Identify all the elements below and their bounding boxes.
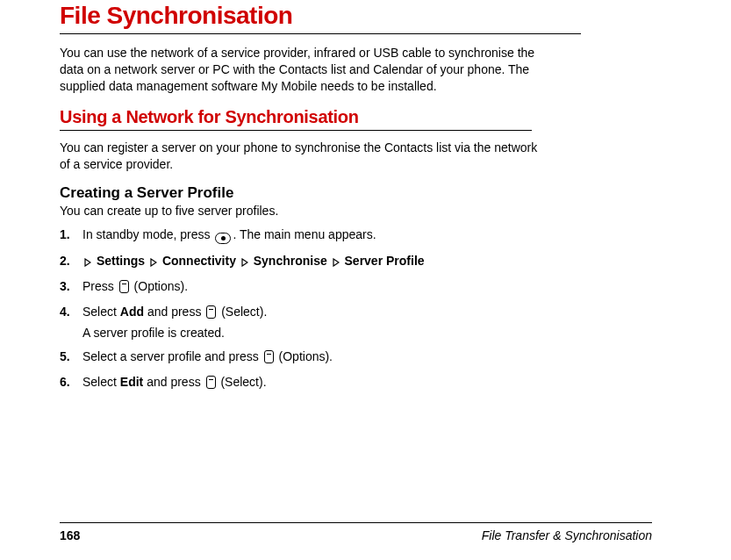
arrow-icon (241, 258, 248, 267)
step-text: Press (82, 279, 118, 293)
arrow-icon (333, 258, 340, 267)
footer-section: File Transfer & Synchronisation (482, 528, 652, 542)
step-text: In standby mode, press (82, 227, 213, 241)
step-text: Select (82, 305, 120, 319)
step-6: 6. Select Edit and press (Select). (60, 374, 652, 391)
intro-paragraph: You can use the network of a service pro… (60, 45, 548, 95)
step-4: 4. Select Add and press (Select). (60, 304, 652, 320)
label-add: Add (120, 305, 144, 319)
step-2: 2. Settings Connectivity Synchronise Ser… (60, 253, 652, 269)
arrow-icon (84, 258, 91, 267)
softkey-icon (119, 280, 129, 293)
step-4-note: A server profile is created. (60, 326, 652, 340)
softkey-icon (206, 305, 216, 319)
step-1: 1. In standby mode, press . The main men… (60, 226, 652, 244)
step-3: 3. Press (Options). (60, 278, 652, 295)
subsection-intro: You can create up to five server profile… (60, 204, 652, 218)
softkey-icon (206, 376, 216, 389)
section-intro: You can register a server on your phone … (60, 140, 548, 173)
center-key-icon (215, 233, 231, 244)
section-rule (60, 130, 532, 131)
nav-settings: Settings (97, 254, 145, 268)
step-5: 5. Select a server profile and press (Op… (60, 348, 652, 365)
nav-synchronise: Synchronise (254, 254, 327, 268)
steps-list-cont: 5. Select a server profile and press (Op… (60, 348, 652, 391)
section-title: Using a Network for Synchronisation (60, 107, 652, 127)
step-text: (Options). (276, 349, 333, 363)
steps-list: 1. In standby mode, press . The main men… (60, 226, 652, 320)
nav-server-profile: Server Profile (345, 254, 425, 268)
subsection-title: Creating a Server Profile (60, 184, 652, 202)
step-text: . The main menu appears. (233, 227, 376, 241)
step-text: (Options). (131, 279, 188, 293)
page-title: File Synchronisation (60, 0, 652, 30)
step-text: and press (143, 375, 204, 389)
step-text: (Select). (218, 305, 267, 319)
title-rule (60, 33, 581, 34)
step-text: and press (144, 305, 204, 319)
page-footer: 168 File Transfer & Synchronisation (60, 522, 652, 542)
step-text: Select (82, 375, 120, 389)
label-edit: Edit (120, 375, 143, 389)
page-number: 168 (60, 528, 80, 542)
nav-connectivity: Connectivity (162, 254, 236, 268)
softkey-icon (264, 350, 274, 363)
arrow-icon (150, 258, 157, 267)
step-text: Select a server profile and press (82, 349, 262, 363)
step-text: (Select). (218, 375, 267, 389)
